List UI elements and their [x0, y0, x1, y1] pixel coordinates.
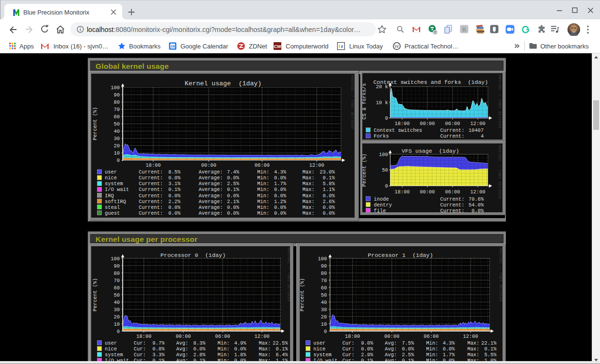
svg-text:Max:: Max: — [259, 352, 271, 358]
svg-text:12:00: 12:00 — [255, 333, 270, 339]
svg-text:90: 90 — [321, 263, 326, 269]
svg-text:user: user — [105, 169, 117, 175]
svg-text:2.1%: 2.1% — [227, 199, 240, 205]
svg-text:70: 70 — [114, 278, 120, 284]
svg-text:5.8%: 5.8% — [323, 181, 335, 187]
svg-text:Average:: Average: — [199, 187, 223, 192]
svg-text:Max:: Max: — [467, 346, 479, 352]
svg-text:system: system — [313, 352, 331, 358]
svg-text:60: 60 — [114, 114, 120, 120]
svg-text:user: user — [105, 340, 117, 346]
svg-text:0.0%: 0.0% — [274, 205, 287, 210]
svg-text:Current:: Current: — [440, 208, 465, 212]
svg-text:Percent (%): Percent (%) — [92, 107, 98, 141]
svg-text:100: 100 — [318, 256, 327, 262]
svg-text:Current:: Current: — [440, 133, 465, 139]
svg-text:18:00: 18:00 — [345, 333, 360, 339]
svg-text:0.0%: 0.0% — [168, 193, 181, 199]
svg-text:4.9%: 4.9% — [234, 340, 247, 346]
svg-text:50: 50 — [321, 292, 326, 298]
svg-text:3.3%: 3.3% — [152, 352, 165, 358]
svg-text:0: 0 — [324, 329, 326, 334]
svg-text:0.0%: 0.0% — [402, 346, 414, 352]
svg-text:100: 100 — [111, 256, 120, 262]
svg-text:Min:: Min: — [426, 346, 438, 352]
svg-text:Max:: Max: — [303, 199, 315, 205]
svg-text:nice: nice — [105, 175, 117, 181]
svg-text:Cur:: Cur: — [134, 340, 146, 346]
svg-text:8.3%: 8.3% — [193, 340, 206, 346]
svg-text:0.0%: 0.0% — [274, 187, 287, 192]
svg-text:2.9%: 2.9% — [361, 352, 373, 358]
svg-text:2.6%: 2.6% — [323, 199, 335, 205]
svg-text:Cur:: Cur: — [134, 352, 146, 358]
svg-text:0: 0 — [117, 329, 120, 334]
svg-text:10: 10 — [114, 150, 120, 156]
svg-text:0.0%: 0.0% — [274, 193, 287, 199]
svg-text:Max:: Max: — [467, 352, 479, 358]
svg-text:40: 40 — [321, 300, 326, 305]
svg-text:system: system — [105, 352, 123, 358]
svg-text:Min:: Min: — [257, 210, 269, 216]
svg-text:0.0%: 0.0% — [274, 175, 287, 181]
svg-text:Avg:: Avg: — [385, 340, 397, 346]
svg-text:6.4%: 6.4% — [276, 352, 289, 358]
svg-text:9.0%: 9.0% — [361, 340, 373, 346]
svg-text:50: 50 — [114, 292, 120, 298]
svg-text:00:00: 00:00 — [176, 333, 191, 339]
svg-text:1.7%: 1.7% — [442, 352, 455, 358]
svg-text:Forks: Forks — [374, 133, 389, 139]
svg-text:0: 0 — [385, 115, 388, 121]
svg-text:4: 4 — [481, 133, 484, 139]
svg-text:28: 28 — [171, 44, 175, 48]
svg-text:user: user — [313, 340, 325, 346]
svg-text:60: 60 — [321, 285, 326, 291]
svg-text:Current:: Current: — [440, 202, 465, 208]
svg-text:7.5%: 7.5% — [402, 340, 414, 346]
svg-text:40: 40 — [114, 128, 120, 134]
svg-text:30: 30 — [114, 307, 120, 313]
svg-text:4.3%: 4.3% — [442, 340, 455, 346]
svg-text:06:00: 06:00 — [445, 189, 460, 195]
svg-text:Min:: Min: — [257, 181, 269, 187]
svg-text:00:00: 00:00 — [420, 189, 435, 195]
svg-text:1.8%: 1.8% — [234, 352, 247, 358]
svg-text:Percent (%): Percent (%) — [92, 278, 98, 312]
svg-text:0.1%: 0.1% — [323, 175, 335, 181]
svg-text:guest: guest — [105, 210, 120, 216]
svg-text:0.0%: 0.0% — [227, 205, 240, 210]
svg-text:Max:: Max: — [467, 340, 479, 346]
svg-text:VFS usage (1day): VFS usage (1day) — [402, 148, 459, 154]
svg-text:Kernel usage (1day): Kernel usage (1day) — [185, 80, 261, 87]
svg-text:0.0%: 0.0% — [168, 175, 181, 181]
svg-text:40: 40 — [114, 300, 120, 305]
svg-text:60: 60 — [114, 285, 120, 291]
svg-text:Average:: Average: — [199, 210, 223, 216]
svg-text:Min:: Min: — [218, 346, 230, 352]
svg-text:Current:: Current: — [139, 199, 163, 205]
svg-text:0.0%: 0.0% — [442, 346, 455, 352]
svg-text:20: 20 — [114, 143, 120, 149]
svg-text:Context switches: Context switches — [374, 127, 422, 133]
svg-text:RRDTOOL / TOBI OETIKER: RRDTOOL / TOBI OETIKER — [498, 248, 502, 301]
svg-text:Avg:: Avg: — [385, 352, 397, 358]
svg-text:Max:: Max: — [303, 187, 315, 192]
svg-text:0.0%: 0.0% — [227, 193, 240, 199]
svg-text:12:00: 12:00 — [309, 162, 324, 168]
svg-text:54.0%: 54.0% — [469, 202, 484, 208]
svg-text:Cur:: Cur: — [342, 340, 354, 346]
svg-text:RRDTOOL / TOBI OETIKER: RRDTOOL / TOBI OETIKER — [498, 75, 502, 128]
svg-text:nice: nice — [105, 346, 117, 352]
svg-text:0.0%: 0.0% — [323, 193, 335, 199]
svg-text:0.0%: 0.0% — [323, 205, 335, 210]
svg-text:Average:: Average: — [199, 193, 223, 199]
svg-text:50: 50 — [114, 121, 120, 127]
svg-text:7.4%: 7.4% — [227, 169, 240, 175]
svg-text:Min:: Min: — [426, 340, 438, 346]
svg-text:20 k: 20 k — [376, 84, 388, 90]
svg-text:W: W — [394, 43, 400, 49]
svg-text:Avg:: Avg: — [176, 352, 188, 358]
svg-text:00:00: 00:00 — [384, 333, 399, 339]
svg-text:0.1%: 0.1% — [276, 346, 289, 352]
svg-text:0.0%: 0.0% — [361, 346, 373, 352]
